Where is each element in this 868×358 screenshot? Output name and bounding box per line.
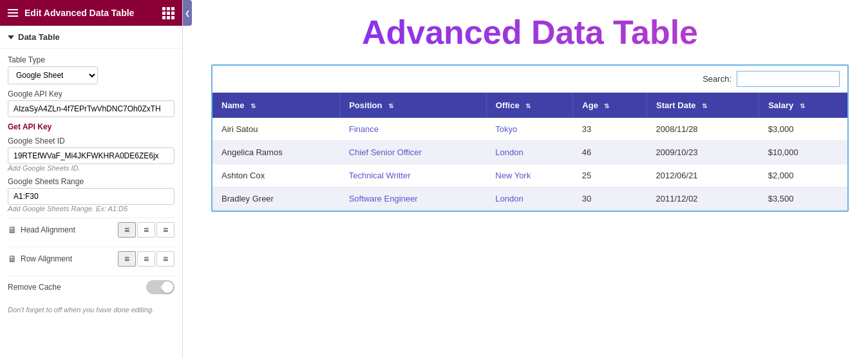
cell-position: Software Engineer <box>340 187 487 211</box>
chevron-down-icon <box>8 35 14 39</box>
col-position[interactable]: Position ⇅ <box>340 93 487 118</box>
cell-age: 30 <box>573 187 647 211</box>
row-alignment-row: 🖥 Row Alignment ≡ ≡ ≡ <box>8 247 175 270</box>
main-content: Advanced Data Table Search: Name ⇅ Posit… <box>192 0 868 358</box>
remove-cache-label: Remove Cache <box>8 283 61 292</box>
table-row: Angelica Ramos Chief Senior Officer Lond… <box>212 141 847 164</box>
row-align-right-button[interactable]: ≡ <box>156 251 175 267</box>
cell-age: 25 <box>573 164 647 187</box>
table-type-select[interactable]: Google Sheet CSV JSON <box>8 66 98 84</box>
toggle-knob <box>162 281 173 293</box>
sidebar: Edit Advanced Data Table Data Table Tabl… <box>0 0 183 358</box>
col-start-date[interactable]: Start Date ⇅ <box>647 93 759 118</box>
head-alignment-label: Head Alignment <box>21 225 75 234</box>
search-label: Search: <box>703 74 731 84</box>
api-key-label: Google API Key <box>8 90 175 99</box>
cell-name: Airi Satou <box>212 118 340 141</box>
row-alignment-buttons: ≡ ≡ ≡ <box>118 251 175 267</box>
head-alignment-label-group: 🖥 Head Alignment <box>8 225 75 235</box>
col-age[interactable]: Age ⇅ <box>573 93 647 118</box>
get-api-key-link[interactable]: Get API Key <box>8 122 175 131</box>
table-type-field: Table Type Google Sheet CSV JSON <box>8 55 175 84</box>
range-field: Google Sheets Range Add Google Sheets Ra… <box>8 177 175 212</box>
hamburger-icon[interactable] <box>8 9 18 17</box>
range-hint: Add Google Sheets Range. Ex: A1:D5 <box>8 205 175 212</box>
cell-name: Angelica Ramos <box>212 141 340 164</box>
collapse-handle[interactable]: ❮ <box>183 0 192 26</box>
remove-cache-toggle[interactable]: OFF <box>146 280 175 294</box>
datatable-wrapper: Search: Name ⇅ Position ⇅ Office ⇅ <box>211 64 849 212</box>
head-align-right-button[interactable]: ≡ <box>156 222 175 238</box>
cell-age: 33 <box>573 118 647 141</box>
col-position-label: Position <box>349 100 382 110</box>
head-alignment-row: 🖥 Head Alignment ≡ ≡ ≡ <box>8 218 175 241</box>
monitor-icon-head: 🖥 <box>8 225 17 235</box>
monitor-icon-row: 🖥 <box>8 254 17 264</box>
sidebar-header: Edit Advanced Data Table <box>0 0 182 26</box>
range-label: Google Sheets Range <box>8 177 175 186</box>
head-alignment-buttons: ≡ ≡ ≡ <box>118 222 175 238</box>
cell-position: Chief Senior Officer <box>340 141 487 164</box>
api-key-field: Google API Key <box>8 90 175 117</box>
sheet-id-field: Google Sheet ID Add Google Sheets ID. <box>8 137 175 172</box>
col-age-label: Age <box>582 100 598 110</box>
cell-name: Ashton Cox <box>212 164 340 187</box>
row-align-center-button[interactable]: ≡ <box>137 251 155 267</box>
sidebar-header-left: Edit Advanced Data Table <box>8 8 134 18</box>
remove-cache-row: Remove Cache OFF <box>8 276 175 298</box>
search-input[interactable] <box>737 71 840 87</box>
sheet-id-label: Google Sheet ID <box>8 137 175 146</box>
row-alignment-label-group: 🖥 Row Alignment <box>8 254 72 264</box>
head-align-center-button[interactable]: ≡ <box>137 222 155 238</box>
col-office-label: Office <box>496 100 520 110</box>
col-salary[interactable]: Salary ⇅ <box>759 93 847 118</box>
cell-salary: $3,500 <box>759 187 847 211</box>
col-start-date-label: Start Date <box>656 100 695 110</box>
sheet-id-hint: Add Google Sheets ID. <box>8 164 175 172</box>
range-input[interactable] <box>8 188 175 205</box>
datatable-top-bar: Search: <box>212 66 847 93</box>
cell-office: Tokyo <box>486 118 573 141</box>
grid-icon[interactable] <box>162 7 175 19</box>
table-head: Name ⇅ Position ⇅ Office ⇅ Age ⇅ <box>212 93 847 118</box>
cell-office: London <box>486 187 573 211</box>
section-title: Data Table <box>18 32 60 42</box>
sort-icon-start-date: ⇅ <box>702 102 707 109</box>
section-header-data-table[interactable]: Data Table <box>0 26 182 49</box>
col-name[interactable]: Name ⇅ <box>212 93 340 118</box>
data-table: Name ⇅ Position ⇅ Office ⇅ Age ⇅ <box>212 93 847 211</box>
table-body: Airi Satou Finance Tokyo 33 2008/11/28 $… <box>212 118 847 211</box>
col-name-label: Name <box>222 100 244 110</box>
cell-start-date: 2008/11/28 <box>647 118 759 141</box>
sort-icon-position: ⇅ <box>388 102 393 109</box>
cell-start-date: 2011/12/02 <box>647 187 759 211</box>
cell-salary: $10,000 <box>759 141 847 164</box>
table-row: Bradley Greer Software Engineer London 3… <box>212 187 847 211</box>
table-type-label: Table Type <box>8 55 175 64</box>
cell-age: 46 <box>573 141 647 164</box>
cell-salary: $3,000 <box>759 118 847 141</box>
sort-icon-age: ⇅ <box>604 102 609 109</box>
cell-position: Finance <box>340 118 487 141</box>
col-salary-label: Salary <box>768 100 793 110</box>
cell-position: Technical Writter <box>340 164 487 187</box>
api-key-input[interactable] <box>8 100 175 117</box>
dont-forget-text: Don't forget to off when you have done e… <box>8 303 175 316</box>
cell-name: Bradley Greer <box>212 187 340 211</box>
col-office[interactable]: Office ⇅ <box>486 93 573 118</box>
sheet-id-input[interactable] <box>8 147 175 164</box>
cell-start-date: 2009/10/23 <box>647 141 759 164</box>
page-title: Advanced Data Table <box>211 13 849 52</box>
table-head-row: Name ⇅ Position ⇅ Office ⇅ Age ⇅ <box>212 93 847 118</box>
row-align-left-button[interactable]: ≡ <box>118 251 136 267</box>
cell-salary: $2,000 <box>759 164 847 187</box>
cell-start-date: 2012/06/21 <box>647 164 759 187</box>
row-alignment-label: Row Alignment <box>21 254 72 263</box>
sidebar-fields: Table Type Google Sheet CSV JSON Google … <box>0 49 182 323</box>
head-align-left-button[interactable]: ≡ <box>118 222 136 238</box>
cell-office: New York <box>486 164 573 187</box>
cell-office: London <box>486 141 573 164</box>
sidebar-title: Edit Advanced Data Table <box>24 8 134 18</box>
sort-icon-name: ⇅ <box>250 102 256 109</box>
table-row: Airi Satou Finance Tokyo 33 2008/11/28 $… <box>212 118 847 141</box>
